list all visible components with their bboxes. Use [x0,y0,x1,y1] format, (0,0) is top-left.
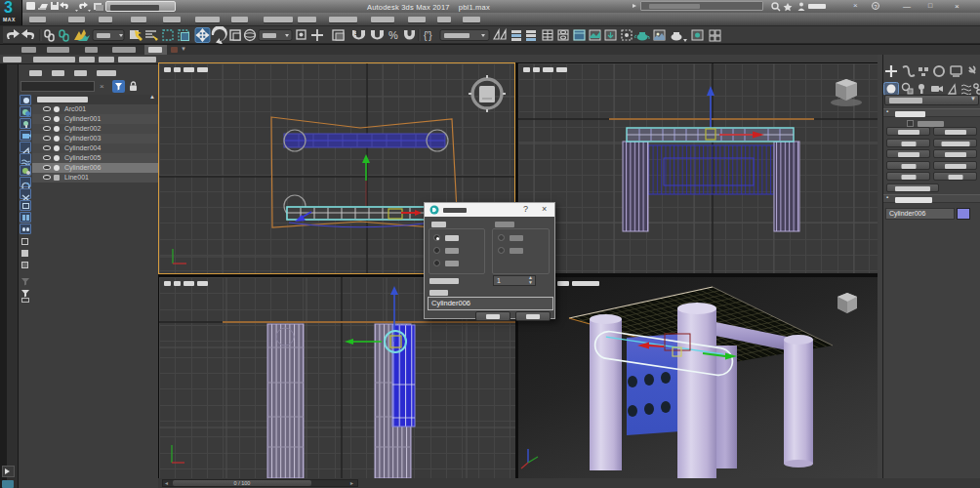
svg-text:3: 3 [354,29,358,36]
svg-text:%: % [388,29,398,41]
svg-text:{'}: {'} [424,30,432,41]
